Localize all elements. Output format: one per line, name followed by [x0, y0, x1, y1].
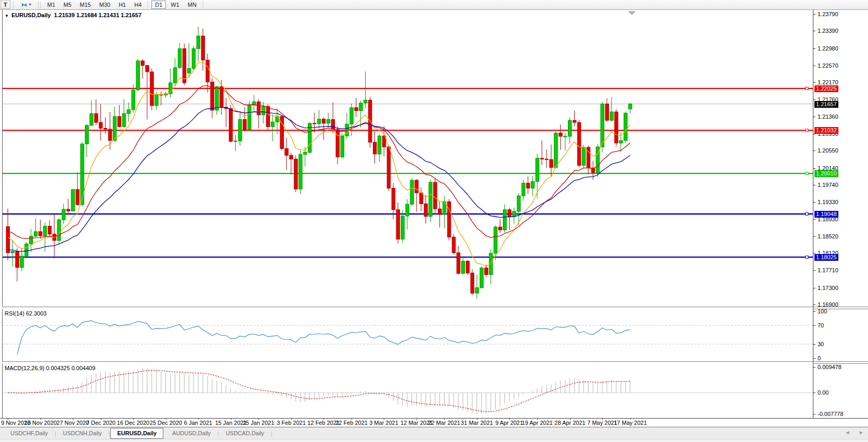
axis-tick — [813, 82, 815, 83]
timeframe-button-m1[interactable]: M1 — [44, 1, 59, 9]
rsi-indicator-canvas[interactable] — [3, 309, 813, 361]
timeframe-toolbar: T ▾ M1M5M15M30H1H4D1W1MN — [0, 0, 868, 10]
hline-price-label: 1.21032 — [814, 127, 838, 134]
hline-handle[interactable] — [806, 256, 808, 258]
arrows-tool-icon — [20, 2, 28, 8]
axis-tick — [813, 253, 815, 254]
status-bar — [0, 439, 868, 442]
price-tick-label: 1.20550 — [818, 147, 838, 154]
text-tool-button[interactable]: T — [1, 1, 10, 9]
tab-usdcnh[interactable]: USDCNH,Daily — [57, 428, 108, 438]
hline-handle[interactable] — [806, 87, 808, 90]
rsi-label: RSI(14) 62.3003 — [5, 310, 47, 317]
autoscroll-marker-icon[interactable] — [628, 11, 636, 15]
hline-handle[interactable] — [806, 172, 808, 175]
price-tick-label: 1.23790 — [818, 11, 838, 18]
macd-label: MACD(12,26,9) 0.004325 0.004409 — [5, 365, 95, 371]
timeframe-button-h1[interactable]: H1 — [115, 1, 129, 9]
tab-scroll-left-button[interactable]: ◄ — [845, 430, 850, 435]
tab-eurusd[interactable]: EURUSD,Daily — [110, 428, 163, 439]
current-price-label: 1.21657 — [814, 101, 838, 108]
price-axis-line — [813, 10, 813, 418]
price-tick-label: 30 — [818, 341, 824, 348]
axis-tick — [813, 66, 815, 66]
axis-tick — [813, 367, 815, 368]
timeframe-button-m30[interactable]: M30 — [96, 1, 114, 9]
toolbar-separator — [13, 1, 14, 8]
axis-tick — [813, 185, 815, 185]
timeframe-button-w1[interactable]: W1 — [167, 1, 183, 9]
axis-tick — [813, 134, 815, 134]
axis-tick — [813, 288, 815, 288]
timeframe-button-h4[interactable]: H4 — [131, 1, 145, 9]
tab-usdcad[interactable]: USDCAD,Daily — [219, 428, 270, 438]
hline-handle[interactable] — [806, 213, 808, 216]
axis-tick — [813, 344, 815, 345]
toolbar-separator — [148, 1, 149, 8]
chart-title-ohlc: 1.21539 1.21684 1.21431 1.21657 — [54, 12, 141, 18]
price-tick-label: 1.19740 — [818, 182, 838, 188]
axis-tick — [813, 150, 815, 151]
chart-tab-bar: USDCHF,Daily|USDCNH,Daily|EURUSD,Daily|A… — [0, 427, 868, 439]
axis-tick — [813, 31, 815, 31]
price-tick-label: 1.17300 — [818, 285, 838, 292]
price-tick-label: 1.21360 — [818, 113, 838, 120]
price-tick-label: 1.22980 — [818, 45, 838, 52]
hline-price-label: 1.22025 — [814, 85, 838, 92]
axis-tick — [813, 14, 815, 15]
price-tick-label: 100 — [818, 308, 827, 315]
drawing-tool-button[interactable]: ▾ — [17, 1, 35, 9]
axis-tick — [813, 393, 815, 393]
hline-price-label: 1.18025 — [814, 254, 838, 261]
axis-tick — [813, 99, 815, 100]
axis-tick — [813, 305, 815, 305]
axis-tick — [813, 219, 815, 220]
price-tick-label: 1.23390 — [818, 28, 838, 34]
timeframe-button-d1[interactable]: D1 — [151, 1, 166, 9]
main-chart-canvas[interactable] — [3, 10, 813, 307]
chart-title: ▼EURUSD,Daily 1.21539 1.21684 1.21431 1.… — [5, 12, 141, 18]
axis-tick — [813, 270, 815, 271]
axis-tick — [813, 311, 815, 312]
macd-indicator-canvas[interactable] — [3, 363, 813, 418]
chart-window: ▼EURUSD,Daily 1.21539 1.21684 1.21431 1.… — [0, 10, 868, 426]
price-tick-label: 0 — [818, 355, 821, 362]
symbol-expander-icon[interactable]: ▼ — [5, 14, 9, 18]
axis-tick — [813, 168, 815, 169]
price-tick-label: -0.007778 — [818, 411, 844, 418]
axis-tick — [813, 414, 815, 414]
timeframe-button-mn[interactable]: MN — [184, 1, 200, 9]
price-tick-label: 1.18520 — [818, 233, 838, 240]
axis-tick — [813, 48, 815, 49]
axis-tick — [813, 202, 815, 203]
timeframe-button-m5[interactable]: M5 — [60, 1, 75, 9]
price-tick-label: 0.009478 — [818, 364, 841, 371]
timeframe-button-m15[interactable]: M15 — [76, 1, 94, 9]
hline-price-label: 1.19048 — [814, 211, 838, 218]
price-tick-label: 1.17710 — [818, 267, 838, 274]
price-tick-label: 0.00 — [818, 389, 828, 396]
hline-price-label: 1.20010 — [814, 170, 838, 177]
hline-handle[interactable] — [806, 129, 808, 132]
toolbar-grip[interactable] — [38, 2, 41, 8]
tab-separator: | — [270, 431, 273, 437]
axis-tick — [813, 325, 815, 326]
dropdown-caret-icon: ▾ — [29, 1, 31, 8]
chart-title-symbol: EURUSD,Daily — [11, 12, 51, 18]
tab-audusd[interactable]: AUDUSD,Daily — [166, 428, 217, 438]
tab-usdchf[interactable]: USDCHF,Daily — [4, 428, 54, 438]
axis-tick — [813, 117, 815, 117]
price-tick-label: 1.16900 — [818, 301, 838, 308]
toolbar-separator — [203, 1, 204, 8]
price-tick-label: 1.22570 — [818, 62, 838, 69]
date-tick-label: 17 May 2021 — [610, 420, 651, 426]
tab-scroll-right-button[interactable]: ► — [859, 430, 864, 435]
mt4-terminal: T ▾ M1M5M15M30H1H4D1W1MN ▼EURUSD,Daily 1… — [0, 0, 868, 442]
price-tick-label: 70 — [818, 322, 824, 329]
date-axis-line — [0, 418, 868, 419]
price-tick-label: 1.19330 — [818, 199, 838, 206]
axis-tick — [813, 236, 815, 237]
axis-tick — [813, 358, 815, 359]
